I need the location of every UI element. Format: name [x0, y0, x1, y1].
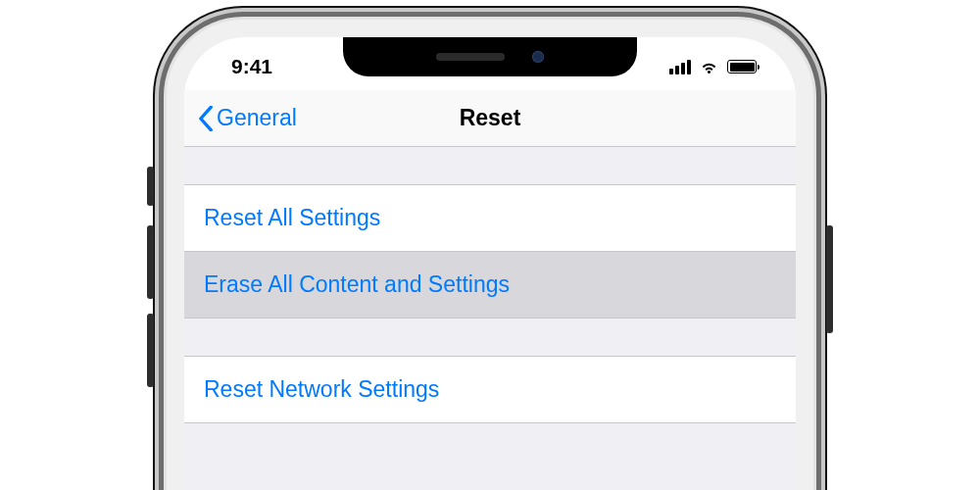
settings-group: Reset Network Settings [184, 356, 796, 423]
side-button [826, 225, 833, 333]
erase-all-content-cell[interactable]: Erase All Content and Settings [184, 252, 796, 318]
reset-all-settings-cell[interactable]: Reset All Settings [184, 185, 796, 252]
nav-bar: General Reset [184, 90, 796, 147]
screen: 9:41 [184, 37, 796, 490]
cellular-signal-icon [669, 60, 691, 74]
mute-switch [147, 167, 154, 206]
settings-list[interactable]: Reset All SettingsErase All Content and … [184, 147, 796, 490]
back-label: General [217, 105, 297, 131]
group-gap [184, 147, 796, 184]
status-bar: 9:41 [184, 37, 796, 90]
wifi-icon [699, 57, 719, 77]
group-gap [184, 318, 796, 356]
reset-network-settings-cell[interactable]: Reset Network Settings [184, 357, 796, 422]
chevron-left-icon [198, 106, 214, 131]
status-time: 9:41 [231, 55, 272, 77]
battery-icon [727, 60, 757, 74]
volume-up-button [147, 225, 154, 299]
volume-down-button [147, 314, 154, 387]
iphone-frame: 9:41 [167, 20, 813, 490]
settings-group: Reset All SettingsErase All Content and … [184, 184, 796, 318]
nav-title: Reset [460, 105, 521, 131]
back-button[interactable]: General [198, 105, 297, 131]
